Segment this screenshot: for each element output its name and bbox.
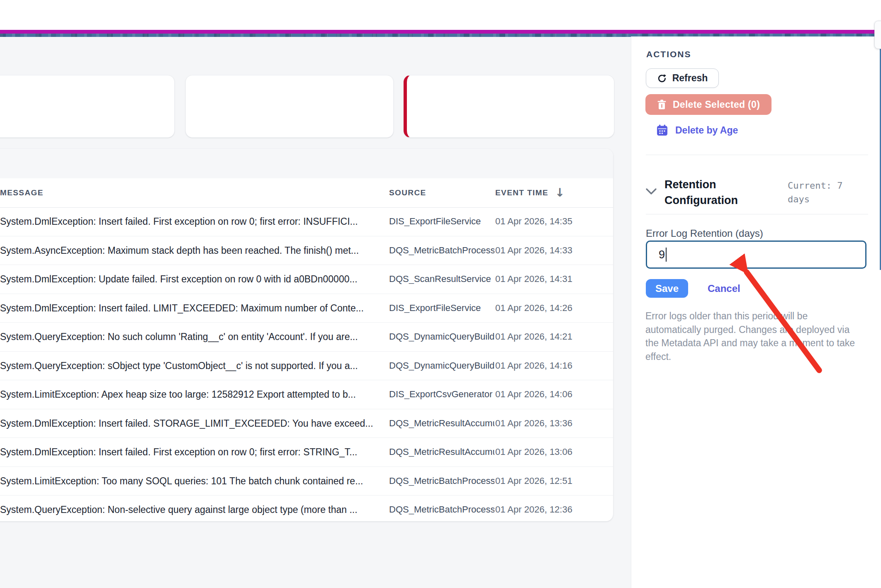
row-event-time: 01 Apr 2026, 14:31 xyxy=(495,274,572,284)
row-event-time: 01 Apr 2026, 14:33 xyxy=(495,245,572,256)
magenta-accent-bar xyxy=(0,30,881,34)
row-event-time: 01 Apr 2026, 14:06 xyxy=(495,389,572,400)
row-message: System.DmlException: Insert failed. LIMI… xyxy=(0,302,386,313)
table-row[interactable]: System.LimitException: Apex heap size to… xyxy=(0,380,613,409)
text-caret xyxy=(666,248,667,262)
column-header-source: SOURCE xyxy=(389,188,426,197)
table-row[interactable]: System.QueryException: Non-selective que… xyxy=(0,496,613,521)
row-event-time: 01 Apr 2026, 12:51 xyxy=(495,476,572,486)
row-source: DIS_ExportFileService xyxy=(389,216,494,227)
table-row[interactable]: System.LimitException: Too many SOQL que… xyxy=(0,467,613,496)
actions-section-title: ACTIONS xyxy=(646,49,691,59)
table-row[interactable]: System.DmlException: Insert failed. Firs… xyxy=(0,207,613,236)
row-source: DQS_ScanResultService xyxy=(389,274,494,284)
delete-by-age-label: Delete by Age xyxy=(675,125,738,136)
row-event-time: 01 Apr 2026, 14:21 xyxy=(495,331,572,342)
table-row[interactable]: System.DmlException: Insert failed. LIMI… xyxy=(0,294,613,323)
row-source: DQS_MetricResultAccumulator xyxy=(389,418,494,429)
row-message: System.DmlException: Insert failed. Firs… xyxy=(0,447,386,458)
row-message: System.QueryException: Non-selective que… xyxy=(0,504,386,515)
delete-selected-label: Delete Selected (0) xyxy=(673,99,760,110)
retention-field-label: Error Log Retention (days) xyxy=(646,228,763,239)
table-header-row: MESSAGE SOURCE EVENT TIME ↓ xyxy=(0,178,613,208)
table-row[interactable]: System.DmlException: Update failed. Firs… xyxy=(0,265,613,294)
row-message: System.LimitException: Too many SOQL que… xyxy=(0,475,386,486)
row-message: System.QueryException: sObject type 'Cus… xyxy=(0,360,386,371)
stat-card-last-7-days: 11 LAST 7 DAYS xyxy=(185,75,394,138)
retention-days-input[interactable]: 9 xyxy=(646,241,866,269)
delete-selected-button[interactable]: Delete Selected (0) xyxy=(645,94,771,115)
trash-icon xyxy=(657,100,667,110)
retention-input-value: 9 xyxy=(659,248,665,261)
row-source: DIS_ExportCsvGenerator xyxy=(389,389,494,400)
table-row[interactable]: System.DmlException: Insert failed. STOR… xyxy=(0,409,613,438)
calendar-icon xyxy=(657,124,668,136)
retention-current-value: Current: 7 days xyxy=(788,179,850,206)
sidebar-section-divider xyxy=(646,155,868,155)
row-source: DQS_MetricBatchProcessor xyxy=(389,504,494,515)
row-message: System.DmlException: Insert failed. Firs… xyxy=(0,216,386,227)
row-message: System.QueryException: No such column 'R… xyxy=(0,331,386,343)
table-row[interactable]: System.DmlException: Insert failed. Firs… xyxy=(0,438,613,467)
row-event-time: 01 Apr 2026, 13:36 xyxy=(495,418,572,429)
column-header-message: MESSAGE xyxy=(0,188,44,197)
row-message: System.LimitException: Apex heap size to… xyxy=(0,389,386,400)
stat-card-expiring-soon: 0 EXPIRING SOON xyxy=(404,75,614,138)
retention-section-title: Retention Configuration xyxy=(664,177,747,208)
sort-desc-icon[interactable]: ↓ xyxy=(555,186,565,199)
scrollbar-thumb[interactable] xyxy=(874,21,881,49)
refresh-icon xyxy=(657,73,667,83)
table-body: System.DmlException: Insert failed. Firs… xyxy=(0,207,613,521)
row-source: DQS_MetricBatchProcessor xyxy=(389,476,494,486)
table-row[interactable]: System.AsyncException: Maximum stack dep… xyxy=(0,236,613,265)
row-event-time: 01 Apr 2026, 14:16 xyxy=(495,360,572,371)
row-source: DQS_DynamicQueryBuilder xyxy=(389,331,494,342)
row-message: System.DmlException: Insert failed. STOR… xyxy=(0,418,386,429)
stat-card-last-24-hours: T 24 HOURS xyxy=(0,75,175,138)
chevron-down-icon[interactable] xyxy=(645,187,657,196)
row-source: DQS_MetricBatchProcessor xyxy=(389,245,494,256)
table-row[interactable]: System.QueryException: sObject type 'Cus… xyxy=(0,352,613,381)
row-event-time: 01 Apr 2026, 14:35 xyxy=(495,216,572,227)
row-source: DQS_DynamicQueryBuilder xyxy=(389,360,494,371)
row-message: System.AsyncException: Maximum stack dep… xyxy=(0,245,386,256)
row-event-time: 01 Apr 2026, 12:36 xyxy=(495,504,572,515)
row-event-time: 01 Apr 2026, 14:26 xyxy=(495,303,572,313)
delete-by-age-button[interactable]: Delete by Age xyxy=(657,124,738,136)
save-label: Save xyxy=(655,283,679,294)
column-header-event-time[interactable]: EVENT TIME xyxy=(495,188,548,197)
top-white-band xyxy=(0,0,881,30)
row-source: DQS_MetricResultAccumulator xyxy=(389,447,494,457)
sidebar-section-divider xyxy=(646,214,868,214)
cancel-button[interactable]: Cancel xyxy=(705,282,743,295)
sidebar-divider xyxy=(631,36,631,588)
error-log-manager-screen: T 24 HOURS 11 LAST 7 DAYS 0 EXPIRING SOO… xyxy=(0,0,881,588)
error-log-table-panel: MESSAGE SOURCE EVENT TIME ↓ System.DmlEx… xyxy=(0,149,613,521)
retention-description: Error logs older than this period will b… xyxy=(645,309,855,363)
row-source: DIS_ExportFileService xyxy=(389,303,494,313)
save-button[interactable]: Save xyxy=(646,279,688,298)
refresh-button[interactable]: Refresh xyxy=(646,68,719,88)
row-event-time: 01 Apr 2026, 13:06 xyxy=(495,447,572,457)
refresh-label: Refresh xyxy=(672,73,708,84)
table-toolbar xyxy=(0,149,613,179)
row-message: System.DmlException: Update failed. Firs… xyxy=(0,274,386,285)
table-row[interactable]: System.QueryException: No such column 'R… xyxy=(0,323,613,352)
